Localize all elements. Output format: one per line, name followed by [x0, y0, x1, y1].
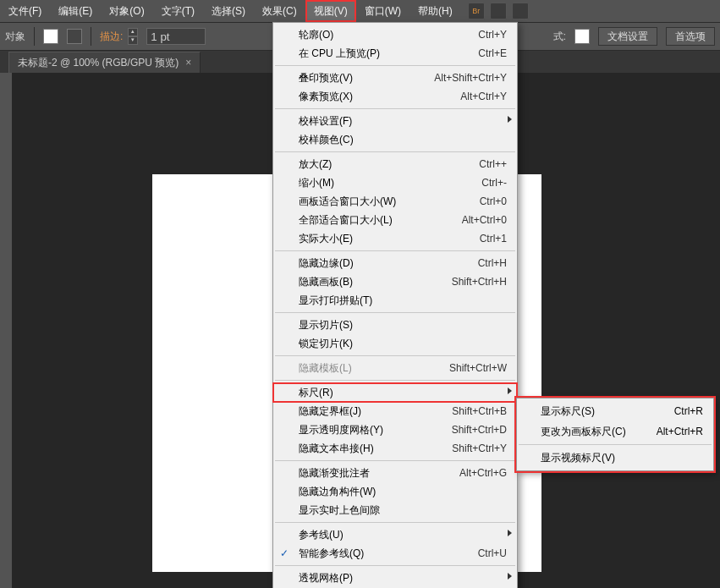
preferences-button[interactable]: 首选项	[666, 27, 715, 46]
style-label: 式:	[553, 30, 566, 44]
view-menu-item[interactable]: 显示透明度网格(Y)Shift+Ctrl+D	[273, 420, 517, 439]
menu-item-label: 显示打印拼贴(T)	[299, 294, 508, 308]
view-menu-item[interactable]: 参考线(U)	[273, 525, 517, 544]
menu-item-label: 显示实时上色间隙	[299, 503, 508, 518]
menu-item-shortcut: Shift+Ctrl+B	[452, 405, 507, 417]
fill-swatch[interactable]	[43, 29, 58, 44]
view-menu-item[interactable]: 隐藏画板(B)Shift+Ctrl+H	[273, 272, 517, 291]
menu-item-shortcut: Ctrl+U	[478, 547, 507, 559]
menu-item-label: 校样颜色(C)	[299, 133, 508, 147]
menu-item-shortcut: Ctrl+1	[480, 233, 507, 245]
view-menu-item[interactable]: 标尺(R)	[273, 383, 517, 402]
menu-item-shortcut: Ctrl+H	[478, 257, 507, 269]
view-menu-item[interactable]: 放大(Z)Ctrl++	[273, 155, 517, 173]
view-menu-item[interactable]: 隐藏定界框(J)Shift+Ctrl+B	[273, 402, 517, 420]
menu-edit[interactable]: 编辑(E)	[50, 0, 101, 22]
menu-help[interactable]: 帮助(H)	[409, 0, 461, 22]
view-menu-item[interactable]: 透视网格(P)	[273, 569, 517, 587]
menu-item-label: 隐藏文本串接(H)	[299, 442, 452, 456]
view-menu-item[interactable]: 画板适合窗口大小(W)Ctrl+0	[273, 192, 517, 211]
menu-item-shortcut: Shift+Ctrl+W	[449, 362, 507, 374]
stroke-stepper[interactable]: ▴▾	[128, 28, 138, 45]
menu-item-label: 锁定切片(K)	[299, 337, 508, 351]
menu-item-label: 叠印预览(V)	[299, 71, 434, 85]
menu-item-label: 隐藏渐变批注者	[299, 466, 459, 481]
separator	[34, 27, 35, 46]
menu-item-label: 显示视频标尺(V)	[541, 451, 703, 465]
view-menu-item[interactable]: 叠印预览(V)Alt+Shift+Ctrl+Y	[273, 69, 517, 87]
target-label: 对象	[5, 30, 25, 44]
menu-item-label: 显示透明度网格(Y)	[299, 423, 452, 437]
document-setup-button[interactable]: 文档设置	[598, 27, 657, 46]
chevron-down-icon[interactable]: ▾	[128, 36, 138, 45]
view-menu-item[interactable]: 缩小(M)Ctrl+-	[273, 173, 517, 192]
menubar: 文件(F) 编辑(E) 对象(O) 文字(T) 选择(S) 效果(C) 视图(V…	[0, 0, 720, 22]
document-tab[interactable]: 未标题-2 @ 100% (RGB/GPU 预览) ×	[8, 52, 201, 73]
ruler-submenu: 显示标尺(S)Ctrl+R更改为画板标尺(C)Alt+Ctrl+R显示视频标尺(…	[516, 398, 714, 471]
separator	[91, 27, 91, 46]
view-menu-item[interactable]: 轮廓(O)Ctrl+Y	[273, 25, 517, 44]
menu-item-label: 像素预览(X)	[299, 90, 460, 104]
menu-object[interactable]: 对象(O)	[101, 0, 152, 22]
chevron-right-icon	[508, 116, 512, 123]
menu-item-label: 全部适合窗口大小(L)	[299, 213, 462, 228]
chevron-right-icon	[508, 387, 512, 394]
style-swatch[interactable]	[574, 29, 590, 44]
menu-item-shortcut: Alt+Ctrl+Y	[460, 91, 507, 102]
view-menu-item[interactable]: 隐藏文本串接(H)Shift+Ctrl+Y	[273, 439, 517, 458]
menu-item-label: 透视网格(P)	[299, 571, 508, 585]
stroke-swatch[interactable]	[67, 29, 82, 44]
menu-effect[interactable]: 效果(C)	[254, 0, 305, 22]
menu-item-label: 更改为画板标尺(C)	[541, 425, 657, 439]
menu-item-label: 参考线(U)	[299, 528, 508, 542]
view-menu-dropdown: 轮廓(O)Ctrl+Y在 CPU 上预览(P)Ctrl+E叠印预览(V)Alt+…	[272, 22, 518, 588]
view-menu-item[interactable]: 实际大小(E)Ctrl+1	[273, 229, 517, 248]
ruler-submenu-item[interactable]: 显示标尺(S)Ctrl+R	[517, 401, 713, 421]
menu-type[interactable]: 文字(T)	[153, 0, 203, 22]
close-icon[interactable]: ×	[185, 57, 191, 69]
menu-item-shortcut: Ctrl++	[479, 158, 507, 170]
gpu-icon[interactable]	[512, 3, 529, 19]
view-menu-item[interactable]: 隐藏边缘(D)Ctrl+H	[273, 254, 517, 272]
menu-item-shortcut: Alt+Ctrl+G	[459, 467, 507, 479]
menu-item-shortcut: Shift+Ctrl+D	[452, 424, 507, 436]
menu-item-shortcut: Ctrl+0	[480, 195, 507, 207]
menu-item-label: 智能参考线(Q)	[299, 547, 478, 561]
menu-file[interactable]: 文件(F)	[0, 0, 50, 22]
arrange-documents-icon[interactable]	[490, 3, 507, 19]
menu-item-shortcut: Shift+Ctrl+H	[452, 276, 507, 288]
menu-item-label: 显示切片(S)	[299, 318, 508, 332]
menu-select[interactable]: 选择(S)	[203, 0, 254, 22]
view-menu-item[interactable]: 校样设置(F)	[273, 112, 517, 130]
menu-item-shortcut: Ctrl+E	[478, 47, 507, 59]
view-menu-item[interactable]: 隐藏边角构件(W)	[273, 482, 517, 501]
view-menu-item[interactable]: 显示切片(S)	[273, 316, 517, 334]
view-menu-item[interactable]: ✓智能参考线(Q)Ctrl+U	[273, 544, 517, 563]
view-menu-item[interactable]: 在 CPU 上预览(P)Ctrl+E	[273, 44, 517, 63]
menu-item-label: 隐藏模板(L)	[299, 361, 449, 376]
view-menu-item[interactable]: 隐藏渐变批注者Alt+Ctrl+G	[273, 464, 517, 482]
check-icon: ✓	[280, 547, 289, 559]
view-menu-item[interactable]: 显示打印拼贴(T)	[273, 291, 517, 310]
menu-window[interactable]: 窗口(W)	[356, 0, 409, 22]
menu-item-label: 隐藏定界框(J)	[299, 404, 452, 419]
menu-item-shortcut: Ctrl+-	[481, 177, 507, 189]
view-menu-item[interactable]: 显示实时上色间隙	[273, 501, 517, 519]
menu-view[interactable]: 视图(V)	[305, 0, 356, 22]
chevron-up-icon[interactable]: ▴	[128, 28, 138, 36]
bridge-icon[interactable]: Br	[468, 3, 485, 19]
view-menu-item[interactable]: 锁定切片(K)	[273, 334, 517, 353]
menu-item-label: 显示标尺(S)	[541, 404, 674, 419]
stroke-weight-input[interactable]	[146, 28, 206, 45]
menu-item-label: 校样设置(F)	[299, 114, 508, 129]
ruler-submenu-item[interactable]: 显示视频标尺(V)	[517, 448, 713, 468]
toolbar[interactable]	[0, 73, 12, 588]
view-menu-item[interactable]: 像素预览(X)Alt+Ctrl+Y	[273, 87, 517, 106]
view-menu-item[interactable]: 全部适合窗口大小(L)Alt+Ctrl+0	[273, 211, 517, 229]
menu-item-label: 隐藏边角构件(W)	[299, 485, 508, 499]
ruler-submenu-item[interactable]: 更改为画板标尺(C)Alt+Ctrl+R	[517, 421, 713, 442]
stroke-label[interactable]: 描边:	[100, 30, 123, 44]
view-menu-item[interactable]: 校样颜色(C)	[273, 130, 517, 149]
menu-item-label: 隐藏边缘(D)	[299, 256, 478, 271]
menu-item-shortcut: Alt+Shift+Ctrl+Y	[434, 72, 507, 84]
